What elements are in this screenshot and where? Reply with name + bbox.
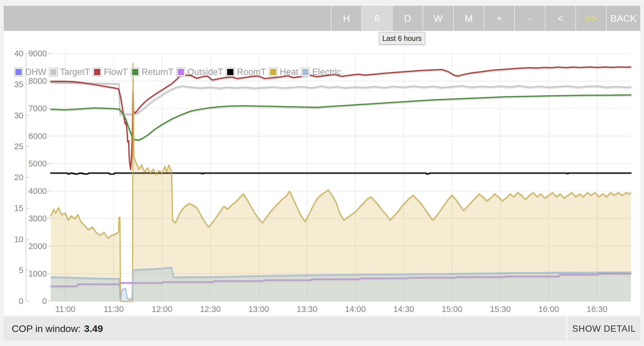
legend-item-targett: TargetT [49, 67, 90, 77]
legend-swatch-returnt [131, 67, 140, 77]
toolbar-tooltip: Last 6 hours [379, 32, 425, 45]
chart-card: DHWTargetTFlowTReturnTOutsideTRoomTHeatE… [4, 31, 640, 315]
toolbar-button-month[interactable]: M [453, 6, 484, 31]
toolbar-button-hour[interactable]: H [331, 6, 361, 31]
legend-swatch-roomt [226, 67, 235, 77]
legend-swatch-flowt [93, 67, 102, 77]
legend-swatch-dhw [14, 67, 23, 77]
status-bar: COP in window: 3.49 SHOW DETAIL [4, 317, 640, 341]
legend-item-electric: Electric [301, 67, 341, 77]
toolbar-button-six-hours[interactable]: 6 [361, 6, 392, 31]
legend-item-outsidet: OutsideT [176, 67, 223, 77]
legend-item-returnt: ReturnT [131, 67, 174, 77]
legend-swatch-heat [269, 67, 278, 77]
toolbar-button-day[interactable]: D [392, 6, 423, 31]
toolbar-button-back[interactable]: BACK [606, 6, 640, 31]
legend-swatch-targett [49, 67, 58, 77]
show-detail-button[interactable]: SHOW DETAIL [568, 317, 640, 341]
legend-label: OutsideT [187, 67, 223, 77]
legend-label: Electric [312, 67, 341, 77]
legend-swatch-electric [301, 67, 310, 77]
legend-item-dhw: DHW [14, 67, 46, 77]
toolbar-button-week[interactable]: W [423, 6, 453, 31]
toolbar-button-pan-right[interactable]: >> [575, 6, 606, 31]
legend-label: RoomT [237, 67, 266, 77]
toolbar-button-zoom-out[interactable]: - [514, 6, 545, 31]
legend-swatch-outsidet [176, 67, 185, 77]
legend-label: ReturnT [142, 67, 174, 77]
toolbar: H6DWM+-<>>BACK [4, 6, 640, 31]
legend-item-flowt: FlowT [93, 67, 128, 77]
legend-label: TargetT [60, 67, 90, 77]
toolbar-button-zoom-in[interactable]: + [484, 6, 514, 31]
toolbar-buttons: H6DWM+-<>>BACK [331, 6, 640, 31]
toolbar-button-pan-left[interactable]: < [545, 6, 575, 31]
legend-label: Heat [280, 67, 298, 77]
legend-label: FlowT [104, 67, 128, 77]
cop-value: 3.49 [84, 323, 103, 334]
legend-item-roomt: RoomT [226, 67, 266, 77]
chart-legend: DHWTargetTFlowTReturnTOutsideTRoomTHeatE… [14, 67, 344, 77]
legend-item-heat: Heat [269, 67, 298, 77]
cop-readout: COP in window: 3.49 [4, 317, 566, 341]
cop-label: COP in window: [12, 323, 81, 334]
legend-label: DHW [25, 67, 46, 77]
